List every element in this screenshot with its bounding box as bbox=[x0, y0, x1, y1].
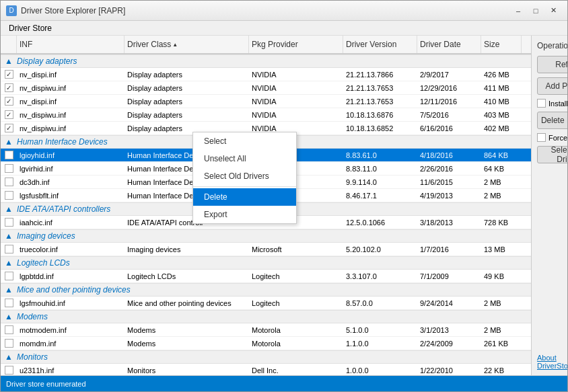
section-collapse-icon[interactable]: ▲ bbox=[1, 352, 17, 362]
add-package-button[interactable]: Add Package bbox=[537, 77, 567, 95]
row-checkbox[interactable] bbox=[5, 366, 13, 375]
row-provider: Motorola bbox=[249, 337, 343, 350]
row-checkbox[interactable] bbox=[5, 191, 13, 200]
maximize-button[interactable]: □ bbox=[527, 4, 544, 17]
section-collapse-icon[interactable]: ▲ bbox=[1, 231, 17, 241]
row-class: Display adapters bbox=[125, 68, 249, 81]
table-row[interactable]: lgpbtdd.inf Logitech LCDs Logitech 3.3.1… bbox=[1, 270, 531, 283]
row-class: Display adapters bbox=[125, 108, 249, 121]
row-checkbox-cell bbox=[1, 95, 17, 108]
table-row[interactable]: nv_dispi.inf Display adapters NVIDIA 21.… bbox=[1, 95, 531, 108]
row-checkbox[interactable] bbox=[5, 164, 13, 173]
row-inf: lgsfmouhid.inf bbox=[17, 297, 125, 309]
table-row[interactable]: truecolor.inf Imaging devices Microsoft … bbox=[1, 243, 531, 256]
row-checkbox[interactable] bbox=[5, 110, 13, 119]
row-spacer bbox=[522, 216, 531, 229]
table-row[interactable]: nv_dispiwu.inf Display adapters NVIDIA 2… bbox=[1, 81, 531, 95]
th-driver-class[interactable]: Driver Class▲ bbox=[125, 36, 249, 53]
section-collapse-icon[interactable]: ▲ bbox=[1, 285, 17, 295]
table-row[interactable]: momdm.inf Modems Motorola 1.1.0.0 2/24/2… bbox=[1, 337, 531, 350]
row-date: 7/5/2016 bbox=[417, 108, 481, 121]
refresh-button[interactable]: Refresh bbox=[537, 56, 567, 73]
section-collapse-icon[interactable]: ▲ bbox=[1, 56, 17, 66]
section-collapse-icon[interactable]: ▲ bbox=[1, 312, 17, 321]
row-version: 21.21.13.7866 bbox=[343, 68, 417, 81]
row-size: 426 MB bbox=[481, 68, 522, 81]
install-driver-checkbox[interactable] bbox=[537, 99, 546, 108]
context-menu-item-delete[interactable]: Delete bbox=[193, 188, 296, 206]
row-date: 6/16/2016 bbox=[417, 122, 481, 134]
section-label: Logitech LCDs bbox=[17, 258, 531, 268]
section-label: Display adapters bbox=[17, 56, 531, 66]
context-menu-item-unselect-all[interactable]: Unselect All bbox=[193, 150, 296, 167]
row-checkbox-cell bbox=[1, 337, 17, 350]
row-checkbox[interactable] bbox=[5, 178, 13, 186]
force-deletion-checkbox[interactable] bbox=[537, 133, 546, 142]
section-header: ▲ Imaging devices bbox=[1, 229, 531, 243]
row-checkbox[interactable] bbox=[5, 70, 13, 79]
row-checkbox[interactable] bbox=[5, 299, 13, 307]
install-driver-label: Install Driver bbox=[548, 100, 567, 108]
status-bar: Driver store enumerated bbox=[1, 375, 567, 391]
context-separator bbox=[193, 186, 296, 187]
about-link[interactable]: About DriverStoreExplorer bbox=[537, 354, 567, 370]
section-collapse-icon[interactable]: ▲ bbox=[1, 137, 17, 147]
th-pkg-provider[interactable]: Pkg Provider bbox=[249, 36, 343, 53]
row-spacer bbox=[522, 323, 531, 336]
section-label: Monitors bbox=[17, 352, 531, 362]
row-version: 3.3.107.0 bbox=[343, 270, 417, 282]
row-checkbox-cell bbox=[1, 68, 17, 81]
row-provider: NVIDIA bbox=[249, 68, 343, 81]
select-old-drivers-button[interactable]: Select Old Drivers bbox=[537, 146, 567, 163]
context-menu-item-select[interactable]: Select bbox=[193, 132, 296, 150]
row-checkbox-cell bbox=[1, 149, 17, 161]
delete-package-button[interactable]: Delete Package bbox=[537, 112, 567, 129]
row-provider: Logitech bbox=[249, 297, 343, 309]
section-label: Imaging devices bbox=[17, 231, 531, 241]
app-icon: D bbox=[6, 5, 17, 16]
table-row[interactable]: nv_dispi.inf Display adapters NVIDIA 21.… bbox=[1, 68, 531, 81]
row-inf: dc3dh.inf bbox=[17, 175, 125, 188]
row-checkbox[interactable] bbox=[5, 97, 13, 106]
row-spacer bbox=[522, 337, 531, 350]
row-inf: lgpbtdd.inf bbox=[17, 270, 125, 282]
section-header: ▲ Mice and other pointing devices bbox=[1, 283, 531, 297]
row-date: 1/22/2010 bbox=[417, 364, 481, 375]
th-size[interactable]: Size bbox=[481, 36, 522, 53]
context-menu-item-export[interactable]: Export bbox=[193, 206, 296, 223]
row-checkbox[interactable] bbox=[5, 339, 13, 348]
close-button[interactable]: ✕ bbox=[544, 4, 562, 17]
row-version: 8.46.17.1 bbox=[343, 189, 417, 202]
row-date: 9/24/2014 bbox=[417, 297, 481, 309]
th-inf[interactable]: INF bbox=[17, 36, 125, 53]
right-panel: Operations Refresh Add Package Install D… bbox=[532, 36, 567, 375]
install-driver-row: Install Driver bbox=[537, 99, 567, 108]
section-collapse-icon[interactable]: ▲ bbox=[1, 258, 17, 268]
row-checkbox[interactable] bbox=[5, 245, 13, 253]
row-version: 12.5.0.1066 bbox=[343, 216, 417, 229]
row-date: 4/18/2016 bbox=[417, 149, 481, 161]
force-deletion-row: Force Deletion bbox=[537, 133, 567, 142]
row-checkbox[interactable] bbox=[5, 218, 13, 227]
table-header: INF Driver Class▲ Pkg Provider Driver Ve… bbox=[1, 36, 531, 54]
row-class: Display adapters bbox=[125, 95, 249, 108]
table-row[interactable]: lgsfmouhid.inf Mice and other pointing d… bbox=[1, 297, 531, 310]
row-checkbox[interactable] bbox=[5, 124, 13, 132]
row-checkbox[interactable] bbox=[5, 83, 13, 92]
table-row[interactable]: u2311h.inf Monitors Dell Inc. 1.0.0.0 1/… bbox=[1, 364, 531, 375]
row-date: 2/26/2016 bbox=[417, 162, 481, 175]
row-checkbox[interactable] bbox=[5, 151, 13, 159]
menu-driver-store[interactable]: Driver Store bbox=[3, 22, 57, 34]
row-checkbox[interactable] bbox=[5, 325, 13, 334]
minimize-button[interactable]: – bbox=[509, 4, 527, 17]
section-collapse-icon[interactable]: ▲ bbox=[1, 204, 17, 214]
row-class: Monitors bbox=[125, 364, 249, 375]
table-row[interactable]: nv_dispiwu.inf Display adapters NVIDIA 1… bbox=[1, 108, 531, 122]
row-provider: NVIDIA bbox=[249, 108, 343, 121]
row-size: 261 KB bbox=[481, 337, 522, 350]
th-driver-version[interactable]: Driver Version bbox=[343, 36, 417, 53]
table-row[interactable]: motmodem.inf Modems Motorola 5.1.0.0 3/1… bbox=[1, 323, 531, 337]
row-checkbox[interactable] bbox=[5, 272, 13, 280]
context-menu-item-select-old-drivers[interactable]: Select Old Drivers bbox=[193, 167, 296, 185]
th-driver-date[interactable]: Driver Date bbox=[417, 36, 481, 53]
